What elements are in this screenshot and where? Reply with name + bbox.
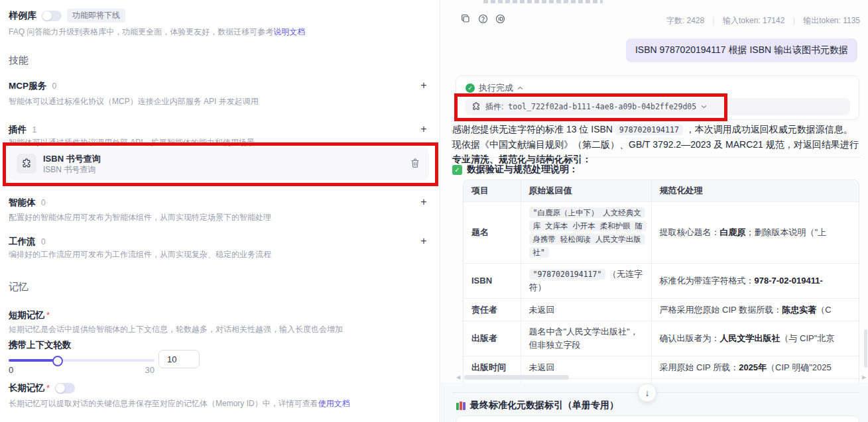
long-memory-toggle[interactable]	[55, 383, 75, 394]
cell-normalized: 提取核心题名：白鹿原；删除版本说明（"上	[651, 202, 859, 264]
add-plugin-button[interactable]: +	[418, 123, 430, 135]
context-rounds-input[interactable]	[158, 350, 200, 368]
hscroll-thumb[interactable]	[464, 375, 569, 380]
books-icon	[456, 401, 465, 410]
execution-status-row[interactable]: ✓ 执行完成	[456, 76, 859, 94]
chat-debug-panel: 字数: 2428 ｜ 输入token: 17142 ｜ 输出token: 113…	[440, 0, 868, 422]
workflows-title: 工作流	[9, 237, 36, 246]
token-stats: 字数: 2428 ｜ 输入token: 17142 ｜ 输出token: 113…	[666, 15, 860, 26]
plugins-count: 1	[32, 125, 36, 134]
message-id-icon[interactable]	[495, 13, 505, 24]
copy-icon[interactable]	[460, 13, 471, 24]
user-message-bubble: ISBN 9787020194117 根据 ISBN 输出该图书元数据	[626, 38, 857, 62]
required-asterisk: *	[46, 383, 50, 393]
cell-item: 出版者	[464, 321, 521, 356]
cell-raw-value: "9787020194117" （无连字符）	[521, 264, 651, 299]
sample-lib-title: 样例库	[9, 10, 36, 22]
plugins-title: 插件	[9, 125, 27, 134]
agents-title: 智能体	[9, 197, 36, 207]
skills-heading: 技能	[9, 54, 29, 67]
chevron-up-icon[interactable]	[517, 86, 523, 90]
short-memory-title-row: 短期记忆*	[9, 309, 50, 321]
sample-lib-desc-text: FAQ 问答能力升级到表格库中，功能更全面，体验更友好，数据迁移可参考	[9, 27, 273, 36]
words-label: 字数:	[666, 16, 684, 25]
cell-normalized: 确认出版者为：人民文学出版社（与 CIP"北京	[651, 321, 859, 356]
hscroll-left-arrow[interactable]: ◀	[456, 374, 460, 380]
mcp-count: 0	[52, 81, 56, 91]
cell-item: 责任者	[464, 299, 521, 321]
isbn-code-chip: 9787020194117	[615, 125, 683, 135]
context-rounds-slider[interactable]	[9, 356, 155, 365]
words-value: 2428	[686, 16, 704, 25]
assistant-paragraph: 感谢您提供无连字符的标准 13 位 ISBN 9787020194117 ，本次…	[452, 122, 861, 166]
final-metadata-heading-text: 最终标准化元数据标引（单册专用）	[470, 399, 619, 411]
sample-lib-row: 样例库 功能即将下线	[9, 9, 125, 23]
cell-raw-value: 未返回	[521, 299, 651, 321]
vscroll-thumb[interactable]	[864, 329, 867, 368]
table-header-item: 项目	[464, 180, 521, 202]
table-header-row: 项目 原始返回值 规范化处理	[464, 180, 859, 202]
scroll-to-bottom-button[interactable]: ↓	[638, 384, 656, 402]
cell-normalized: 标准化为带连字符格式：978-7-02-019411-	[651, 264, 859, 299]
plugin-call-label: 插件:	[485, 101, 503, 113]
memory-heading: 记忆	[9, 281, 29, 293]
long-memory-title: 长期记忆	[9, 383, 44, 393]
plugin-item-subtitle: ISBN 书号查询	[43, 164, 101, 175]
section-workflows: 工作流 0 +	[9, 235, 430, 248]
table-row: ISBN"9787020194117" （无连字符）标准化为带连字符格式：978…	[464, 264, 859, 299]
slider-range-labels: 0 30	[9, 365, 155, 375]
toggle-knob	[42, 11, 52, 21]
cell-normalized: 采用原始 CIP 所载：2025年（CIP 明确"2025	[651, 356, 859, 379]
sample-lib-toggle[interactable]	[42, 11, 62, 21]
execution-card: ✓ 执行完成 插件: tool_722f02ad-b111-4ae8-a09b-…	[456, 76, 859, 120]
plugin-list-item[interactable]: ISBN 书号查询 ISBN 书号查询	[9, 147, 429, 180]
para-bold-text: 专业清洗、规范化与结构化标引	[452, 154, 582, 164]
config-panel: 样例库 功能即将下线 FAQ 问答能力升级到表格库中，功能更全面，体验更友好，数…	[0, 0, 439, 422]
message-actions	[460, 13, 505, 24]
slider-max-label: 30	[145, 365, 155, 375]
section-plugins: 插件 1 +	[9, 123, 430, 136]
final-metadata-card	[456, 415, 859, 422]
agents-count: 0	[41, 198, 46, 207]
validation-heading-text: 数据验证与规范处理说明：	[467, 164, 578, 176]
raw-code-chip: "白鹿原（上中下） 人文经典文库 文库本 小开本 柔和护眼 随身携带 轻松阅读 …	[529, 207, 647, 258]
success-check-icon: ✓	[465, 83, 475, 93]
section-agents: 智能体 0 +	[9, 196, 430, 209]
checkbox-check-icon: ✓	[452, 165, 462, 175]
workflows-count: 0	[41, 237, 46, 246]
cell-item: ISBN	[464, 264, 521, 299]
cell-raw-value: "白鹿原（上中下） 人文经典文库 文库本 小开本 柔和护眼 随身携带 轻松阅读 …	[521, 202, 651, 264]
output-token-value: 1135	[843, 16, 860, 25]
plugin-icon	[17, 154, 36, 174]
short-memory-desc: 短期记忆是会话中提供给智能体的上下文信息，轮数越多，对话相关性越强，输入长度也会…	[9, 324, 343, 335]
para-text: 感谢您提供无连字符的标准 13 位 ISBN	[452, 124, 615, 134]
agents-desc: 配置好的智能体应用可发布为智能体组件，从而实现特定场景下的智能处理	[9, 212, 271, 223]
usage-doc-link[interactable]: 使用文档	[318, 399, 350, 408]
table-header-raw: 原始返回值	[521, 180, 651, 202]
plugin-call-row[interactable]: 插件: tool_722f02ad-b111-4ae8-a09b-04b2ffe…	[465, 98, 850, 115]
separator: ｜	[790, 15, 798, 26]
add-agent-button[interactable]: +	[418, 196, 430, 208]
doc-link[interactable]: 说明文档	[273, 27, 305, 36]
chevron-down-icon[interactable]	[701, 105, 707, 109]
para-colon: ：	[582, 154, 591, 164]
validation-heading: ✓ 数据验证与规范处理说明：	[452, 164, 578, 176]
add-workflow-button[interactable]: +	[418, 235, 430, 247]
output-token-label: 输出token:	[803, 16, 841, 25]
separator: ｜	[710, 15, 717, 26]
short-memory-title: 短期记忆	[9, 310, 44, 320]
sample-lib-desc: FAQ 问答能力升级到表格库中，功能更全面，体验更友好，数据迁移可参考说明文档	[9, 26, 305, 38]
context-rounds-label: 携带上下文轮数	[9, 339, 72, 351]
long-memory-title-row: 长期记忆*	[9, 382, 75, 394]
slider-min-label: 0	[9, 365, 13, 375]
divider	[452, 157, 861, 158]
add-mcp-button[interactable]: +	[418, 79, 430, 91]
workflows-desc: 编排好的工作流应用可发布为工作流组件，从而实现复杂、稳定的业务流程	[9, 249, 271, 260]
delete-plugin-icon[interactable]	[410, 158, 420, 168]
help-icon[interactable]	[477, 13, 488, 24]
hscroll-right-arrow[interactable]: ▶	[862, 374, 866, 380]
mcp-desc: 智能体可以通过标准化协议（MCP）连接企业内部服务 API 并发起调用	[9, 96, 259, 107]
app-screen: 样例库 功能即将下线 FAQ 问答能力升级到表格库中，功能更全面，体验更友好，数…	[0, 0, 868, 422]
toggle-knob	[56, 384, 65, 393]
raw-code-chip: "9787020194117"	[529, 269, 606, 280]
